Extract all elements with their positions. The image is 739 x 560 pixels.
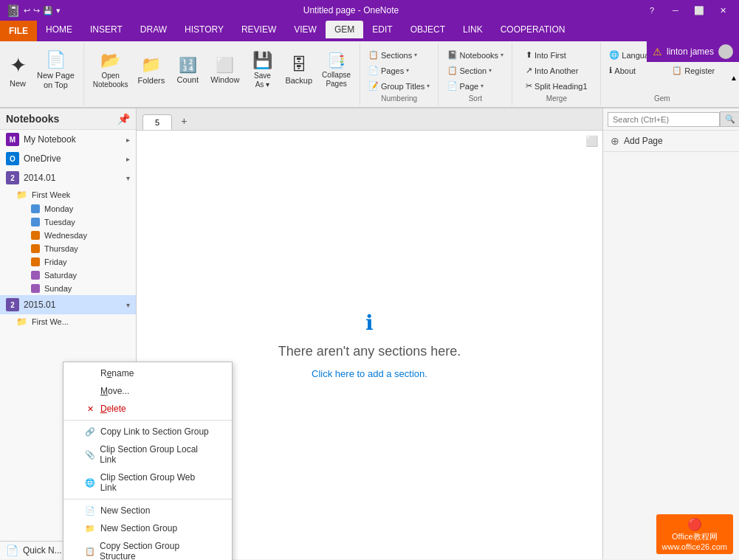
monday-item[interactable]: Monday [10, 202, 136, 215]
2015-chevron: ▾ [126, 301, 130, 309]
new-page-label: New Pageon Top [37, 71, 75, 90]
new-page-on-top-button[interactable]: 📄 New Pageon Top [32, 44, 79, 96]
save-as-icon: 💾 [252, 51, 272, 70]
count-button[interactable]: 🔢 Count [170, 44, 205, 96]
onedrive-chevron: ▸ [126, 155, 130, 163]
content-tab-main[interactable]: 5 [142, 114, 172, 130]
sidebar-header: Notebooks 📌 [0, 108, 136, 130]
restore-btn[interactable]: ⬜ [689, 0, 709, 21]
ctx-delete[interactable]: ✕ Delete [63, 400, 232, 418]
ctx-move[interactable]: Move... [63, 382, 232, 400]
saturday-label: Saturday [44, 271, 77, 280]
delete-label: Delete [100, 404, 126, 414]
tuesday-label: Tuesday [44, 218, 75, 227]
titlebar: 📓 ↩ ↪ 💾 ▾ Untitled page - OneNote ? ─ ⬜ … [0, 0, 739, 21]
first-week-group[interactable]: 📁 First Week [10, 187, 136, 202]
tab-home[interactable]: HOME [37, 21, 81, 38]
backup-button[interactable]: 🗄 Backup [281, 44, 317, 96]
onedrive-label: OneDrive [24, 153, 61, 164]
ctx-new-section-group[interactable]: 📁 New Section Group [63, 519, 232, 537]
into-another-button[interactable]: ↗ Into Another [522, 64, 591, 77]
pin-button[interactable]: 📌 [117, 113, 130, 125]
first-week-group-2015[interactable]: 📁 First We... [10, 314, 136, 329]
ribbon-collapse-btn[interactable]: ▲ [730, 74, 738, 82]
group-titles-button[interactable]: 📝 Group Titles ▾ [365, 80, 433, 92]
sort-page-icon: 📄 [447, 81, 458, 91]
tab-view[interactable]: VIEW [285, 21, 326, 38]
ribbon-group-tools: 📂 OpenNotebooks 📁 Folders 🔢 Count ⬜ Wind… [84, 43, 360, 106]
register-button[interactable]: 📋 Register [668, 64, 718, 77]
warning-icon: ⚠ [653, 46, 662, 58]
ctx-rename[interactable]: Rename [63, 364, 232, 382]
close-btn[interactable]: ✕ [712, 0, 733, 21]
ctx-copy-structure[interactable]: 📋 Copy Section Group Structure [63, 537, 232, 560]
backup-label: Backup [285, 76, 312, 85]
copy-link-label: Copy Link to Section Group [100, 426, 209, 437]
tuesday-color [31, 218, 40, 227]
tab-cooperation[interactable]: COOPERATION [492, 21, 574, 38]
new-button[interactable]: ✦ New [4, 44, 31, 96]
tab-gem[interactable]: GEM [326, 21, 363, 38]
sort-section-button[interactable]: 📋 Section ▾ [444, 64, 508, 77]
tab-object[interactable]: OBJECT [402, 21, 454, 38]
ctx-new-section[interactable]: 📄 New Section [63, 502, 232, 519]
sort-notebooks-button[interactable]: 📓 Notebooks ▾ [444, 49, 508, 61]
watermark-line2: www.office26.com [662, 542, 727, 551]
sort-page-button[interactable]: 📄 Page ▾ [444, 80, 508, 92]
monday-label: Monday [44, 204, 73, 213]
tab-insert[interactable]: INSERT [81, 21, 131, 38]
add-tab-button[interactable]: + [173, 112, 194, 130]
sidebar-item-onedrive[interactable]: O OneDrive ▸ [0, 149, 136, 168]
folders-icon: 📁 [141, 55, 161, 75]
sunday-item[interactable]: Sunday [10, 282, 136, 295]
collapse-pages-button[interactable]: 📑 CollapsePages [317, 44, 355, 96]
split-heading-icon: ✂ [526, 81, 532, 91]
sections-button[interactable]: 📋 Sections ▾ [365, 49, 433, 61]
clip-local-icon: 📎 [84, 450, 95, 460]
wednesday-item[interactable]: Wednesday [10, 229, 136, 242]
tab-draw[interactable]: DRAW [131, 21, 176, 38]
save-as-button[interactable]: 💾 SaveAs ▾ [244, 44, 280, 96]
language-icon: 🌐 [609, 50, 619, 60]
help-btn[interactable]: ? [642, 0, 662, 21]
tab-edit[interactable]: EDIT [363, 21, 401, 38]
customize-icon[interactable]: ▾ [56, 6, 61, 15]
redo-icon[interactable]: ↪ [33, 6, 40, 15]
thursday-item[interactable]: Thursday [10, 242, 136, 255]
search-input[interactable] [608, 112, 720, 127]
tab-history[interactable]: HISTORY [176, 21, 233, 38]
2015-icon: 2 [6, 298, 19, 311]
tab-link[interactable]: LINK [454, 21, 492, 38]
tuesday-item[interactable]: Tuesday [10, 215, 136, 229]
tab-file[interactable]: FILE [0, 21, 37, 41]
window-button[interactable]: ⬜ Window [206, 44, 244, 96]
sidebar-item-my-notebook[interactable]: M My Notebook ▸ [0, 130, 136, 149]
open-notebooks-button[interactable]: 📂 OpenNotebooks [89, 44, 133, 96]
quick-notes-label: Quick N... [23, 545, 62, 556]
minimize-btn[interactable]: ─ [665, 0, 686, 21]
friday-item[interactable]: Friday [10, 255, 136, 269]
into-first-button[interactable]: ⬆ Into First [522, 49, 591, 61]
sidebar-item-2015[interactable]: 2 2015.01 ▾ [0, 295, 136, 314]
expand-button[interactable]: ⬜ [585, 135, 598, 147]
ctx-clip-web[interactable]: 🌐 Clip Section Group Web Link [63, 469, 232, 497]
folders-label: Folders [138, 76, 165, 85]
save-icon[interactable]: 💾 [43, 6, 53, 15]
ctx-copy-link[interactable]: 🔗 Copy Link to Section Group [63, 423, 232, 440]
undo-icon[interactable]: ↩ [24, 6, 30, 15]
click-message[interactable]: Click here to add a section. [312, 368, 427, 379]
add-page-icon: ⊕ [611, 135, 619, 147]
pages-button[interactable]: 📄 Pages ▾ [365, 64, 433, 77]
saturday-item[interactable]: Saturday [10, 269, 136, 282]
about-button[interactable]: ℹ About [605, 64, 667, 77]
split-heading-button[interactable]: ✂ Split Heading1 [522, 80, 591, 92]
sidebar-item-2014[interactable]: 2 2014.01 ▾ [0, 168, 136, 187]
my-notebook-chevron: ▸ [126, 136, 130, 144]
onedrive-icon: O [6, 152, 19, 165]
add-page-button[interactable]: ⊕ Add Page [603, 131, 739, 152]
search-button[interactable]: 🔍 [720, 111, 739, 127]
tab-review[interactable]: REVIEW [233, 21, 285, 38]
ctx-clip-local[interactable]: 📎 Clip Section Group Local Link [63, 440, 232, 469]
new-section-group-icon: 📁 [84, 524, 96, 533]
folders-button[interactable]: 📁 Folders [134, 44, 170, 96]
